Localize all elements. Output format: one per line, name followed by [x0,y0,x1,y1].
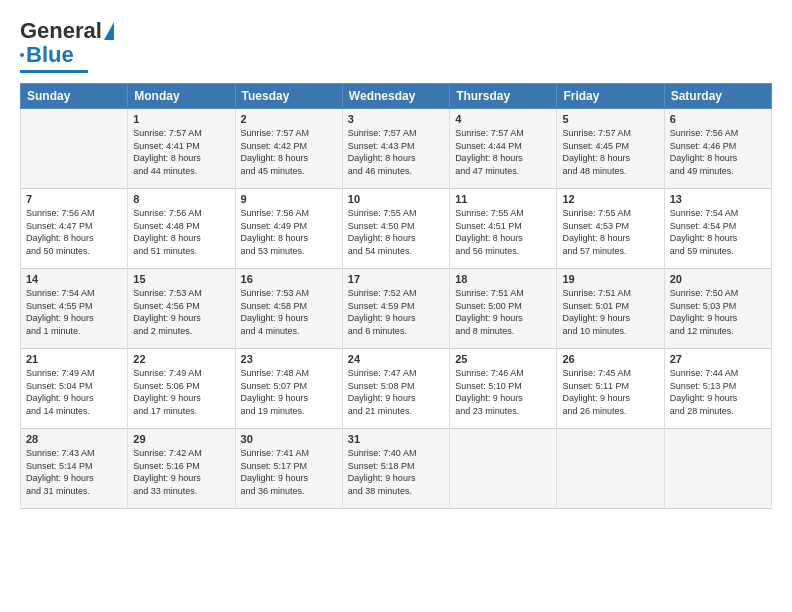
header: General Blue [20,18,772,73]
calendar-cell: 12Sunrise: 7:55 AM Sunset: 4:53 PM Dayli… [557,189,664,269]
day-number: 28 [26,433,122,445]
calendar-cell: 3Sunrise: 7:57 AM Sunset: 4:43 PM Daylig… [342,109,449,189]
calendar-cell: 10Sunrise: 7:55 AM Sunset: 4:50 PM Dayli… [342,189,449,269]
calendar-cell: 5Sunrise: 7:57 AM Sunset: 4:45 PM Daylig… [557,109,664,189]
day-number: 26 [562,353,658,365]
day-number: 23 [241,353,337,365]
cell-content: Sunrise: 7:56 AM Sunset: 4:48 PM Dayligh… [133,207,229,257]
calendar-table: SundayMondayTuesdayWednesdayThursdayFrid… [20,83,772,509]
header-day-saturday: Saturday [664,84,771,109]
day-number: 14 [26,273,122,285]
header-day-wednesday: Wednesday [342,84,449,109]
calendar-cell: 24Sunrise: 7:47 AM Sunset: 5:08 PM Dayli… [342,349,449,429]
day-number: 15 [133,273,229,285]
day-number: 17 [348,273,444,285]
day-number: 10 [348,193,444,205]
day-number: 12 [562,193,658,205]
day-number: 22 [133,353,229,365]
cell-content: Sunrise: 7:51 AM Sunset: 5:00 PM Dayligh… [455,287,551,337]
calendar-cell [557,429,664,509]
cell-content: Sunrise: 7:47 AM Sunset: 5:08 PM Dayligh… [348,367,444,417]
cell-content: Sunrise: 7:49 AM Sunset: 5:04 PM Dayligh… [26,367,122,417]
calendar-cell: 9Sunrise: 7:56 AM Sunset: 4:49 PM Daylig… [235,189,342,269]
header-day-tuesday: Tuesday [235,84,342,109]
calendar-cell: 31Sunrise: 7:40 AM Sunset: 5:18 PM Dayli… [342,429,449,509]
cell-content: Sunrise: 7:51 AM Sunset: 5:01 PM Dayligh… [562,287,658,337]
cell-content: Sunrise: 7:53 AM Sunset: 4:56 PM Dayligh… [133,287,229,337]
day-number: 5 [562,113,658,125]
calendar-cell: 21Sunrise: 7:49 AM Sunset: 5:04 PM Dayli… [21,349,128,429]
day-number: 20 [670,273,766,285]
header-row: SundayMondayTuesdayWednesdayThursdayFrid… [21,84,772,109]
cell-content: Sunrise: 7:52 AM Sunset: 4:59 PM Dayligh… [348,287,444,337]
day-number: 30 [241,433,337,445]
cell-content: Sunrise: 7:56 AM Sunset: 4:47 PM Dayligh… [26,207,122,257]
day-number: 7 [26,193,122,205]
cell-content: Sunrise: 7:54 AM Sunset: 4:55 PM Dayligh… [26,287,122,337]
calendar-cell: 26Sunrise: 7:45 AM Sunset: 5:11 PM Dayli… [557,349,664,429]
day-number: 8 [133,193,229,205]
calendar-cell: 28Sunrise: 7:43 AM Sunset: 5:14 PM Dayli… [21,429,128,509]
cell-content: Sunrise: 7:44 AM Sunset: 5:13 PM Dayligh… [670,367,766,417]
day-number: 6 [670,113,766,125]
logo-underline [20,70,88,73]
day-number: 27 [670,353,766,365]
cell-content: Sunrise: 7:53 AM Sunset: 4:58 PM Dayligh… [241,287,337,337]
cell-content: Sunrise: 7:50 AM Sunset: 5:03 PM Dayligh… [670,287,766,337]
calendar-cell: 25Sunrise: 7:46 AM Sunset: 5:10 PM Dayli… [450,349,557,429]
calendar-cell: 1Sunrise: 7:57 AM Sunset: 4:41 PM Daylig… [128,109,235,189]
cell-content: Sunrise: 7:57 AM Sunset: 4:44 PM Dayligh… [455,127,551,177]
calendar-cell: 17Sunrise: 7:52 AM Sunset: 4:59 PM Dayli… [342,269,449,349]
calendar-cell: 30Sunrise: 7:41 AM Sunset: 5:17 PM Dayli… [235,429,342,509]
week-row-3: 14Sunrise: 7:54 AM Sunset: 4:55 PM Dayli… [21,269,772,349]
day-number: 18 [455,273,551,285]
day-number: 16 [241,273,337,285]
cell-content: Sunrise: 7:42 AM Sunset: 5:16 PM Dayligh… [133,447,229,497]
cell-content: Sunrise: 7:40 AM Sunset: 5:18 PM Dayligh… [348,447,444,497]
page: General Blue SundayMondayTuesdayWednesda… [0,0,792,612]
calendar-cell: 13Sunrise: 7:54 AM Sunset: 4:54 PM Dayli… [664,189,771,269]
calendar-cell: 15Sunrise: 7:53 AM Sunset: 4:56 PM Dayli… [128,269,235,349]
week-row-2: 7Sunrise: 7:56 AM Sunset: 4:47 PM Daylig… [21,189,772,269]
calendar-cell: 11Sunrise: 7:55 AM Sunset: 4:51 PM Dayli… [450,189,557,269]
cell-content: Sunrise: 7:55 AM Sunset: 4:50 PM Dayligh… [348,207,444,257]
day-number: 3 [348,113,444,125]
day-number: 9 [241,193,337,205]
calendar-cell: 4Sunrise: 7:57 AM Sunset: 4:44 PM Daylig… [450,109,557,189]
calendar-cell: 6Sunrise: 7:56 AM Sunset: 4:46 PM Daylig… [664,109,771,189]
calendar-cell: 23Sunrise: 7:48 AM Sunset: 5:07 PM Dayli… [235,349,342,429]
cell-content: Sunrise: 7:55 AM Sunset: 4:53 PM Dayligh… [562,207,658,257]
calendar-cell: 2Sunrise: 7:57 AM Sunset: 4:42 PM Daylig… [235,109,342,189]
cell-content: Sunrise: 7:46 AM Sunset: 5:10 PM Dayligh… [455,367,551,417]
day-number: 11 [455,193,551,205]
calendar-cell [21,109,128,189]
cell-content: Sunrise: 7:49 AM Sunset: 5:06 PM Dayligh… [133,367,229,417]
header-day-monday: Monday [128,84,235,109]
day-number: 25 [455,353,551,365]
logo-general: General [20,18,102,44]
calendar-cell: 14Sunrise: 7:54 AM Sunset: 4:55 PM Dayli… [21,269,128,349]
day-number: 29 [133,433,229,445]
calendar-cell: 16Sunrise: 7:53 AM Sunset: 4:58 PM Dayli… [235,269,342,349]
cell-content: Sunrise: 7:54 AM Sunset: 4:54 PM Dayligh… [670,207,766,257]
day-number: 24 [348,353,444,365]
header-day-friday: Friday [557,84,664,109]
calendar-cell: 7Sunrise: 7:56 AM Sunset: 4:47 PM Daylig… [21,189,128,269]
day-number: 13 [670,193,766,205]
header-day-thursday: Thursday [450,84,557,109]
calendar-cell: 22Sunrise: 7:49 AM Sunset: 5:06 PM Dayli… [128,349,235,429]
calendar-cell: 27Sunrise: 7:44 AM Sunset: 5:13 PM Dayli… [664,349,771,429]
cell-content: Sunrise: 7:56 AM Sunset: 4:49 PM Dayligh… [241,207,337,257]
cell-content: Sunrise: 7:56 AM Sunset: 4:46 PM Dayligh… [670,127,766,177]
header-day-sunday: Sunday [21,84,128,109]
calendar-cell: 20Sunrise: 7:50 AM Sunset: 5:03 PM Dayli… [664,269,771,349]
calendar-cell: 19Sunrise: 7:51 AM Sunset: 5:01 PM Dayli… [557,269,664,349]
day-number: 2 [241,113,337,125]
cell-content: Sunrise: 7:48 AM Sunset: 5:07 PM Dayligh… [241,367,337,417]
cell-content: Sunrise: 7:45 AM Sunset: 5:11 PM Dayligh… [562,367,658,417]
logo-blue: Blue [26,42,74,68]
cell-content: Sunrise: 7:57 AM Sunset: 4:41 PM Dayligh… [133,127,229,177]
week-row-1: 1Sunrise: 7:57 AM Sunset: 4:41 PM Daylig… [21,109,772,189]
logo-triangle-icon [104,22,114,40]
calendar-cell [664,429,771,509]
